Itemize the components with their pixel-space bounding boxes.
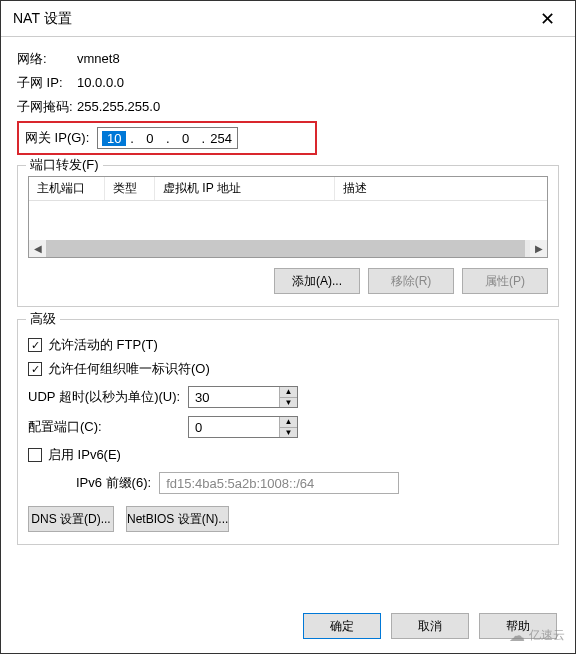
gateway-ip-input[interactable]: 10 . 0 . 0 . 254: [97, 127, 238, 149]
allow-ftp-label: 允许活动的 FTP(T): [48, 336, 158, 354]
port-forward-group: 端口转发(F) 主机端口 类型 虚拟机 IP 地址 描述 ◀ ▶ 添加(A)..…: [17, 165, 559, 307]
remove-button: 移除(R): [368, 268, 454, 294]
spin-down-icon[interactable]: ▼: [280, 398, 297, 408]
scroll-thumb[interactable]: [46, 240, 525, 257]
dns-settings-button[interactable]: DNS 设置(D)...: [28, 506, 114, 532]
ip-octet-1[interactable]: 10: [102, 131, 126, 146]
port-forward-list[interactable]: 主机端口 类型 虚拟机 IP 地址 描述 ◀ ▶: [28, 176, 548, 258]
spin-down-icon[interactable]: ▼: [280, 428, 297, 438]
advanced-legend: 高级: [26, 310, 60, 328]
scroll-left-icon[interactable]: ◀: [29, 240, 46, 257]
network-label: 网络:: [17, 49, 77, 69]
network-value: vmnet8: [77, 49, 120, 69]
udp-timeout-spinner[interactable]: 30 ▲ ▼: [188, 386, 298, 408]
subnet-ip-label: 子网 IP:: [17, 73, 77, 93]
list-header: 主机端口 类型 虚拟机 IP 地址 描述: [29, 177, 547, 201]
close-icon[interactable]: ✕: [532, 8, 563, 30]
ipv6-prefix-label: IPv6 前缀(6):: [76, 474, 151, 492]
netbios-settings-button[interactable]: NetBIOS 设置(N)...: [126, 506, 229, 532]
udp-timeout-value[interactable]: 30: [189, 387, 279, 407]
subnet-mask-label: 子网掩码:: [17, 97, 77, 117]
subnet-mask-value: 255.255.255.0: [77, 97, 160, 117]
config-port-label: 配置端口(C):: [28, 418, 188, 436]
enable-ipv6-label: 启用 IPv6(E): [48, 446, 121, 464]
horizontal-scrollbar[interactable]: ◀ ▶: [29, 240, 547, 257]
allow-oui-label: 允许任何组织唯一标识符(O): [48, 360, 210, 378]
nat-settings-dialog: NAT 设置 ✕ 网络: vmnet8 子网 IP: 10.0.0.0 子网掩码…: [0, 0, 576, 654]
scroll-right-icon[interactable]: ▶: [530, 240, 547, 257]
window-title: NAT 设置: [13, 10, 72, 28]
config-port-value[interactable]: 0: [189, 417, 279, 437]
ip-octet-2[interactable]: 0: [138, 131, 162, 146]
udp-timeout-label: UDP 超时(以秒为单位)(U):: [28, 388, 188, 406]
allow-ftp-checkbox[interactable]: [28, 338, 42, 352]
ok-button[interactable]: 确定: [303, 613, 381, 639]
col-type[interactable]: 类型: [105, 177, 155, 200]
col-host-port[interactable]: 主机端口: [29, 177, 105, 200]
allow-oui-checkbox[interactable]: [28, 362, 42, 376]
spin-up-icon[interactable]: ▲: [280, 387, 297, 398]
gateway-ip-highlight: 网关 IP(G): 10 . 0 . 0 . 254: [17, 121, 317, 155]
ip-octet-3[interactable]: 0: [174, 131, 198, 146]
subnet-ip-value: 10.0.0.0: [77, 73, 124, 93]
watermark: ☁ 亿速云: [509, 626, 565, 645]
cloud-icon: ☁: [509, 626, 525, 645]
enable-ipv6-checkbox[interactable]: [28, 448, 42, 462]
advanced-group: 高级 允许活动的 FTP(T) 允许任何组织唯一标识符(O) UDP 超时(以秒…: [17, 319, 559, 545]
ip-octet-4[interactable]: 254: [209, 131, 233, 146]
cancel-button[interactable]: 取消: [391, 613, 469, 639]
spin-up-icon[interactable]: ▲: [280, 417, 297, 428]
config-port-spinner[interactable]: 0 ▲ ▼: [188, 416, 298, 438]
properties-button: 属性(P): [462, 268, 548, 294]
watermark-text: 亿速云: [529, 627, 565, 644]
col-desc[interactable]: 描述: [335, 177, 547, 200]
ipv6-prefix-field: fd15:4ba5:5a2b:1008::/64: [159, 472, 399, 494]
col-vm-ip[interactable]: 虚拟机 IP 地址: [155, 177, 335, 200]
port-forward-legend: 端口转发(F): [26, 156, 103, 174]
titlebar: NAT 设置 ✕: [1, 1, 575, 37]
gateway-ip-label: 网关 IP(G):: [25, 129, 89, 147]
add-button[interactable]: 添加(A)...: [274, 268, 360, 294]
